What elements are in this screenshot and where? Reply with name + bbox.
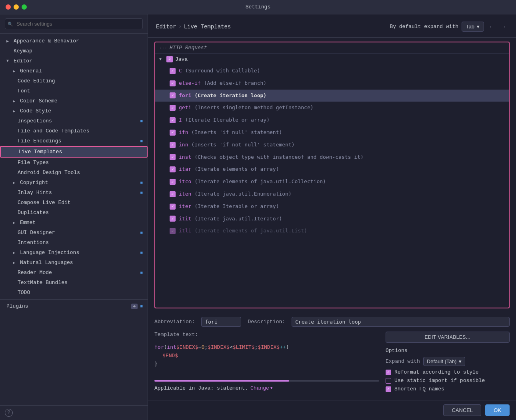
sidebar-item-reader-mode[interactable]: Reader Mode ■ <box>0 268 148 278</box>
template-item[interactable]: geti (Inserts singleton method getInstan… <box>155 102 509 114</box>
sidebar-item-label: Code Editing <box>18 78 55 84</box>
template-item[interactable]: ifn (Inserts 'if null' statement) <box>155 126 509 139</box>
minimize-button[interactable] <box>14 4 19 10</box>
http-request-group-header[interactable]: ··· HTTP Request <box>155 42 509 54</box>
template-item[interactable]: iten (Iterate java.util.Enumeration) <box>155 188 509 200</box>
template-checkbox[interactable] <box>170 117 176 123</box>
sidebar-item-code-editing[interactable]: Code Editing <box>0 76 148 86</box>
dropdown-chevron-icon: ▾ <box>477 24 480 30</box>
nav-forward-button[interactable]: → <box>498 22 508 31</box>
sidebar-item-label: Copyright <box>20 180 48 186</box>
template-checkbox[interactable] <box>170 142 176 148</box>
sidebar-item-intentions[interactable]: Intentions <box>0 238 148 248</box>
template-item[interactable]: else-if (Add else-if branch) <box>155 77 509 90</box>
template-checkbox[interactable] <box>170 105 176 111</box>
sidebar-item-natural-languages[interactable]: ▶ Natural Languages <box>0 258 148 268</box>
sidebar-item-label: Intentions <box>18 240 49 246</box>
java-group-header[interactable]: ▼ J Java <box>155 54 509 65</box>
sidebar-item-general[interactable]: ▶ General <box>0 66 148 76</box>
sidebar-item-code-style[interactable]: ▶ Code Style <box>0 106 148 116</box>
template-item-fori[interactable]: fori (Create iteration loop) <box>155 90 509 102</box>
template-item[interactable]: I (Iterate Iterable or array) <box>155 114 509 126</box>
templates-scroll[interactable]: ··· HTTP Request ▼ J Java <box>154 42 510 308</box>
template-item[interactable]: itit (Iterate java.util.Iterator) <box>155 213 509 225</box>
code-line-1: for(int $INDEX$ = 0; $INDEX$ < $LIMIT$; … <box>154 343 379 352</box>
abbreviation-input[interactable] <box>201 317 241 327</box>
expand-with-dropdown[interactable]: Default (Tab) ▾ <box>423 357 465 366</box>
template-abbr: iten (Iterate java.util.Enumeration) <box>179 190 292 198</box>
template-checkbox[interactable] <box>170 68 176 74</box>
sidebar-item-android-design-tools[interactable]: Android Design Tools <box>0 168 148 178</box>
sidebar-item-todo[interactable]: TODO <box>0 288 148 298</box>
sidebar-item-label: Inlay Hints <box>18 190 52 196</box>
static-import-checkbox[interactable] <box>386 378 391 384</box>
sidebar-item-appearance[interactable]: ▶ Appearance & Behavior <box>0 36 148 46</box>
reformat-checkbox[interactable] <box>386 370 391 375</box>
expand-dropdown-btn[interactable]: Tab ▾ <box>462 22 484 32</box>
sidebar-item-inlay-hints[interactable]: Inlay Hints ■ <box>0 188 148 198</box>
cancel-button[interactable]: CANCEL <box>443 404 481 416</box>
sidebar-item-file-code-templates[interactable]: File and Code Templates <box>0 126 148 136</box>
sidebar-item-font[interactable]: Font <box>0 86 148 96</box>
template-abbr: iter (Iterate Iterable or array) <box>179 202 279 211</box>
sidebar-item-copyright[interactable]: ▶ Copyright ■ <box>0 178 148 188</box>
gui-designer-badge: ■ <box>140 230 143 235</box>
template-checkbox[interactable] <box>170 228 176 234</box>
template-checkbox[interactable] <box>170 130 176 136</box>
java-group: ▼ J Java C (Surround with Callable) <box>155 54 509 237</box>
sidebar-item-language-injections[interactable]: ▶ Language Injections ■ <box>0 248 148 258</box>
template-item[interactable]: inn (Inserts 'if not null' statement) <box>155 139 509 151</box>
sidebar-item-textmate-bundles[interactable]: TextMate Bundles <box>0 278 148 288</box>
template-checkbox[interactable] <box>170 92 176 98</box>
expand-with-label: Expand with <box>386 358 420 364</box>
sidebar-item-duplicates[interactable]: Duplicates <box>0 208 148 218</box>
sidebar-item-label: Code Style <box>20 108 51 114</box>
template-item[interactable]: inst (Checks object type with instanceof… <box>155 151 509 164</box>
template-checkbox[interactable] <box>170 216 176 222</box>
chevron-right-icon: ▶ <box>13 250 18 255</box>
help-icon[interactable]: ? <box>5 409 13 417</box>
description-label: Description: <box>248 319 285 325</box>
expand-with-value: Default (Tab) <box>427 358 456 364</box>
nav-back-button[interactable]: ← <box>487 22 497 31</box>
template-checkbox[interactable] <box>170 191 176 197</box>
template-item[interactable]: C (Surround with Callable) <box>155 65 509 77</box>
reformat-label: Reformat according to style <box>394 369 479 375</box>
template-checkbox[interactable] <box>170 179 176 185</box>
sidebar-item-file-encodings[interactable]: File Encodings ■ <box>0 136 148 146</box>
template-checkbox[interactable] <box>170 204 176 210</box>
sidebar-item-plugins[interactable]: Plugins 4 ■ <box>0 301 148 311</box>
sidebar-item-keymap[interactable]: Keymap <box>0 46 148 56</box>
breadcrumb-separator: › <box>178 24 181 30</box>
template-item[interactable]: iter (Iterate Iterable or array) <box>155 200 509 213</box>
sidebar-item-compose-live-edit[interactable]: Compose Live Edit <box>0 198 148 208</box>
sidebar-item-emmet[interactable]: ▶ Emmet <box>0 218 148 228</box>
template-checkbox[interactable] <box>170 154 176 160</box>
sidebar-item-inspections[interactable]: Inspections ■ <box>0 116 148 126</box>
template-checkbox[interactable] <box>170 166 176 172</box>
maximize-button[interactable] <box>22 4 27 10</box>
template-item[interactable]: itli (Iterate elements of java.util.List… <box>155 225 509 237</box>
sidebar-item-color-scheme[interactable]: ▶ Color Scheme <box>0 96 148 106</box>
template-abbr: else-if (Add else-if branch) <box>179 79 266 88</box>
template-checkbox[interactable] <box>170 80 176 86</box>
template-text-left: Template text: for(int $INDEX$ = 0; $IND… <box>154 332 379 394</box>
sidebar-item-label: Language Injections <box>20 250 79 256</box>
description-input[interactable] <box>292 317 510 327</box>
template-item[interactable]: itar (Iterate elements of array) <box>155 163 509 176</box>
sidebar-item-file-types[interactable]: File Types <box>0 158 148 168</box>
sidebar-item-editor[interactable]: ▼ Editor <box>0 56 148 66</box>
sidebar-item-label: Appearance & Behavior <box>14 38 79 44</box>
sidebar-item-live-templates[interactable]: Live Templates <box>0 146 148 158</box>
close-button[interactable] <box>6 4 11 10</box>
sidebar-item-gui-designer[interactable]: GUI Designer ■ <box>0 228 148 238</box>
search-input[interactable] <box>5 18 143 29</box>
change-link[interactable]: Change ▾ <box>250 385 273 391</box>
nav-arrows: ← → <box>487 22 508 31</box>
template-item[interactable]: itco (Iterate elements of java.util.Coll… <box>155 176 509 188</box>
edit-variables-button[interactable]: EDIT VARIABLES... <box>386 332 510 343</box>
ellipsis-icon: ··· <box>159 46 167 50</box>
sidebar-item-label: Emmet <box>20 220 36 226</box>
shorten-fq-checkbox[interactable] <box>386 386 391 392</box>
ok-button[interactable]: OK <box>485 404 510 416</box>
